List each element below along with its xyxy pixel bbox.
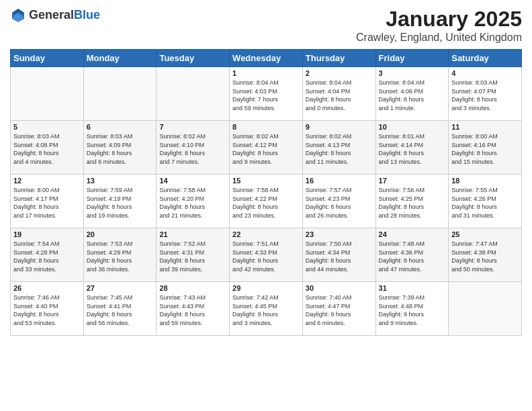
day-cell: 23Sunrise: 7:50 AM Sunset: 4:34 PM Dayli… (302, 228, 375, 282)
day-cell: 26Sunrise: 7:46 AM Sunset: 4:40 PM Dayli… (11, 282, 84, 336)
day-cell: 1Sunrise: 8:04 AM Sunset: 4:03 PM Daylig… (230, 67, 303, 121)
day-header-friday: Friday (375, 50, 449, 67)
day-info: Sunrise: 7:55 AM Sunset: 4:26 PM Dayligh… (451, 186, 519, 220)
title-block: January 2025 Crawley, England, United Ki… (356, 7, 522, 44)
day-info: Sunrise: 8:04 AM Sunset: 4:03 PM Dayligh… (232, 79, 300, 112)
day-number: 27 (87, 284, 154, 292)
day-number: 26 (13, 284, 81, 292)
day-cell: 10Sunrise: 8:01 AM Sunset: 4:14 PM Dayli… (375, 121, 449, 175)
logo-blue: Blue (74, 8, 100, 21)
day-number: 28 (159, 284, 226, 292)
day-header-monday: Monday (83, 50, 157, 67)
day-info: Sunrise: 7:47 AM Sunset: 4:38 PM Dayligh… (451, 240, 519, 273)
day-number: 15 (232, 177, 300, 185)
day-cell: 11Sunrise: 8:00 AM Sunset: 4:16 PM Dayli… (449, 121, 522, 175)
day-info: Sunrise: 7:39 AM Sunset: 4:48 PM Dayligh… (379, 293, 446, 327)
day-number: 23 (306, 230, 373, 238)
day-number: 20 (87, 230, 154, 238)
day-cell: 28Sunrise: 7:43 AM Sunset: 4:43 PM Dayli… (157, 282, 230, 336)
day-number: 22 (232, 230, 300, 238)
day-cell: 19Sunrise: 7:54 AM Sunset: 4:28 PM Dayli… (11, 228, 84, 282)
day-cell: 2Sunrise: 8:04 AM Sunset: 4:04 PM Daylig… (302, 67, 375, 121)
day-cell: 30Sunrise: 7:40 AM Sunset: 4:47 PM Dayli… (302, 282, 375, 336)
day-header-row: SundayMondayTuesdayWednesdayThursdayFrid… (11, 50, 522, 67)
day-cell: 17Sunrise: 7:56 AM Sunset: 4:25 PM Dayli… (375, 175, 449, 228)
day-info: Sunrise: 8:02 AM Sunset: 4:10 PM Dayligh… (159, 132, 226, 166)
day-cell: 27Sunrise: 7:45 AM Sunset: 4:41 PM Dayli… (83, 282, 157, 336)
day-info: Sunrise: 8:02 AM Sunset: 4:12 PM Dayligh… (232, 132, 300, 166)
day-info: Sunrise: 8:00 AM Sunset: 4:16 PM Dayligh… (451, 132, 519, 166)
day-number: 13 (87, 177, 154, 185)
day-info: Sunrise: 8:00 AM Sunset: 4:17 PM Dayligh… (13, 186, 81, 220)
day-number: 11 (451, 123, 519, 131)
day-cell: 14Sunrise: 7:58 AM Sunset: 4:20 PM Dayli… (157, 175, 230, 228)
day-cell: 20Sunrise: 7:53 AM Sunset: 4:29 PM Dayli… (83, 228, 157, 282)
day-header-thursday: Thursday (302, 50, 375, 67)
day-info: Sunrise: 7:43 AM Sunset: 4:43 PM Dayligh… (159, 293, 226, 327)
day-info: Sunrise: 7:58 AM Sunset: 4:22 PM Dayligh… (232, 186, 300, 220)
day-number: 9 (306, 123, 373, 131)
logo-text: GeneralBlue (29, 8, 100, 22)
day-info: Sunrise: 7:58 AM Sunset: 4:20 PM Dayligh… (159, 186, 226, 220)
day-cell: 6Sunrise: 8:03 AM Sunset: 4:09 PM Daylig… (83, 121, 157, 175)
day-cell (83, 67, 157, 121)
day-number: 10 (379, 123, 446, 131)
day-cell: 15Sunrise: 7:58 AM Sunset: 4:22 PM Dayli… (230, 175, 303, 228)
day-info: Sunrise: 7:51 AM Sunset: 4:33 PM Dayligh… (232, 240, 300, 273)
day-cell: 24Sunrise: 7:48 AM Sunset: 4:36 PM Dayli… (375, 228, 449, 282)
day-info: Sunrise: 7:56 AM Sunset: 4:25 PM Dayligh… (379, 186, 446, 220)
day-cell: 13Sunrise: 7:59 AM Sunset: 4:19 PM Dayli… (83, 175, 157, 228)
week-row-5: 26Sunrise: 7:46 AM Sunset: 4:40 PM Dayli… (11, 282, 522, 336)
day-cell: 12Sunrise: 8:00 AM Sunset: 4:17 PM Dayli… (11, 175, 84, 228)
header: GeneralBlue January 2025 Crawley, Englan… (10, 7, 522, 44)
day-info: Sunrise: 8:02 AM Sunset: 4:13 PM Dayligh… (306, 132, 373, 166)
day-number: 14 (159, 177, 226, 185)
day-info: Sunrise: 8:03 AM Sunset: 4:07 PM Dayligh… (451, 79, 519, 112)
day-cell: 8Sunrise: 8:02 AM Sunset: 4:12 PM Daylig… (230, 121, 303, 175)
page: GeneralBlue January 2025 Crawley, Englan… (0, 0, 532, 411)
day-info: Sunrise: 8:04 AM Sunset: 4:04 PM Dayligh… (306, 79, 373, 112)
logo: GeneralBlue (10, 7, 100, 23)
day-cell: 21Sunrise: 7:52 AM Sunset: 4:31 PM Dayli… (157, 228, 230, 282)
day-number: 5 (13, 123, 81, 131)
day-cell: 16Sunrise: 7:57 AM Sunset: 4:23 PM Dayli… (302, 175, 375, 228)
day-header-sunday: Sunday (11, 50, 84, 67)
day-number: 19 (13, 230, 81, 238)
day-number: 16 (306, 177, 373, 185)
week-row-4: 19Sunrise: 7:54 AM Sunset: 4:28 PM Dayli… (11, 228, 522, 282)
day-info: Sunrise: 8:03 AM Sunset: 4:08 PM Dayligh… (13, 132, 81, 166)
day-info: Sunrise: 7:50 AM Sunset: 4:34 PM Dayligh… (306, 240, 373, 273)
day-number: 24 (379, 230, 446, 238)
day-number: 21 (159, 230, 226, 238)
day-cell: 4Sunrise: 8:03 AM Sunset: 4:07 PM Daylig… (449, 67, 522, 121)
day-cell: 31Sunrise: 7:39 AM Sunset: 4:48 PM Dayli… (375, 282, 449, 336)
day-number: 6 (87, 123, 154, 131)
day-number: 8 (232, 123, 300, 131)
week-row-2: 5Sunrise: 8:03 AM Sunset: 4:08 PM Daylig… (11, 121, 522, 175)
day-cell: 9Sunrise: 8:02 AM Sunset: 4:13 PM Daylig… (302, 121, 375, 175)
day-cell: 7Sunrise: 8:02 AM Sunset: 4:10 PM Daylig… (157, 121, 230, 175)
day-info: Sunrise: 8:04 AM Sunset: 4:06 PM Dayligh… (379, 79, 446, 112)
calendar-subtitle: Crawley, England, United Kingdom (356, 32, 522, 44)
day-number: 1 (232, 69, 300, 77)
day-number: 2 (306, 69, 373, 77)
day-number: 30 (306, 284, 373, 292)
calendar-title: January 2025 (356, 7, 522, 32)
day-number: 29 (232, 284, 300, 292)
week-row-3: 12Sunrise: 8:00 AM Sunset: 4:17 PM Dayli… (11, 175, 522, 228)
logo-icon (10, 7, 26, 23)
day-cell: 3Sunrise: 8:04 AM Sunset: 4:06 PM Daylig… (375, 67, 449, 121)
day-cell: 18Sunrise: 7:55 AM Sunset: 4:26 PM Dayli… (449, 175, 522, 228)
day-info: Sunrise: 8:03 AM Sunset: 4:09 PM Dayligh… (87, 132, 154, 166)
day-info: Sunrise: 7:45 AM Sunset: 4:41 PM Dayligh… (87, 293, 154, 327)
day-info: Sunrise: 7:42 AM Sunset: 4:45 PM Dayligh… (232, 293, 300, 327)
calendar-table: SundayMondayTuesdayWednesdayThursdayFrid… (10, 49, 522, 336)
day-number: 12 (13, 177, 81, 185)
day-cell (11, 67, 84, 121)
day-cell (157, 67, 230, 121)
day-number: 3 (379, 69, 446, 77)
day-cell: 29Sunrise: 7:42 AM Sunset: 4:45 PM Dayli… (230, 282, 303, 336)
day-number: 25 (451, 230, 519, 238)
day-info: Sunrise: 7:46 AM Sunset: 4:40 PM Dayligh… (13, 293, 81, 327)
day-info: Sunrise: 8:01 AM Sunset: 4:14 PM Dayligh… (379, 132, 446, 166)
